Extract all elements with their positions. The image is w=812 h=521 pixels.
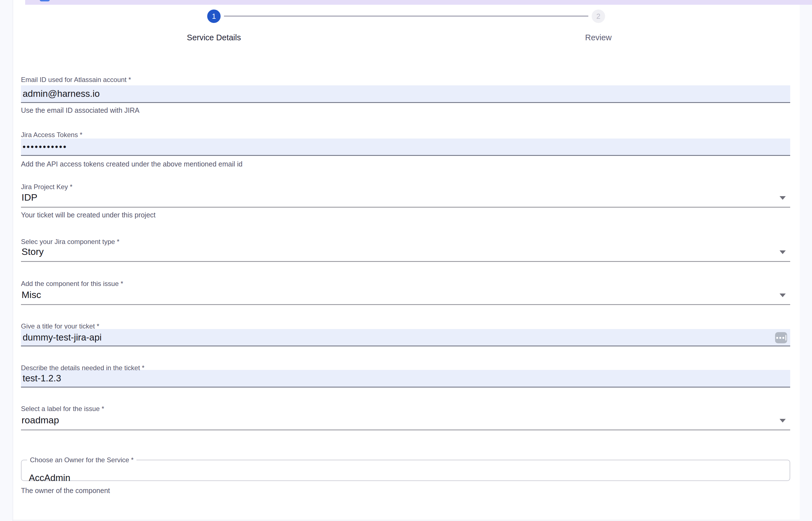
email-input[interactable] [21,85,790,103]
ticket-description-input[interactable] [21,370,790,387]
chevron-down-icon[interactable] [780,419,786,423]
step-2-indicator: 2 [592,9,605,23]
issue-component-value: Misc [21,289,41,300]
issue-component-select[interactable]: Misc [21,286,790,305]
autofill-dot [776,337,778,339]
step-2-label: Review [543,33,654,42]
step-connector-line [224,16,588,17]
issue-label-select[interactable]: roadmap [21,411,790,430]
project-key-value: IDP [21,192,38,203]
field-email: Email ID used for Atlassain account * Us… [21,75,790,115]
chevron-down-icon[interactable] [780,250,786,254]
field-ticket-description: Describe the details needed in the ticke… [21,364,790,387]
component-type-value: Story [21,246,44,257]
service-details-form: Email ID used for Atlassain account * Us… [21,0,790,521]
step-1-indicator: 1 [207,9,221,23]
autofill-icon[interactable] [775,332,787,343]
issue-label-value: roadmap [21,415,59,426]
service-owner-value[interactable]: AccAdmin [29,472,70,483]
autofill-caret [785,335,786,341]
chevron-down-icon[interactable] [780,294,786,297]
top-banner [25,0,812,5]
field-jira-project-key: Jira Project Key * IDP Your ticket will … [21,183,790,219]
step-1-label: Service Details [158,33,270,42]
field-ticket-title: Give a title for your ticket * [21,322,790,346]
wizard-stepper: 1 2 Service Details Review [0,0,812,48]
component-type-select[interactable]: Story [21,242,790,262]
tokens-input[interactable] [21,138,790,156]
autofill-dot [782,337,784,339]
project-key-helper: Your ticket will be created under this p… [21,211,790,219]
field-service-owner[interactable]: Choose an Owner for the Service * AccAdm… [21,456,790,481]
field-jira-access-tokens: Jira Access Tokens * Add the API access … [21,131,790,168]
chevron-down-icon[interactable] [780,196,786,200]
service-owner-helper: The owner of the component [21,486,110,495]
field-issue-label: Select a label for the issue * roadmap [21,405,790,430]
banner-logo-icon [40,0,50,1]
service-owner-label: Choose an Owner for the Service * [27,456,137,464]
ticket-title-input[interactable] [21,329,790,346]
project-key-select[interactable]: IDP [21,188,790,208]
field-issue-component: Add the component for this issue * Misc [21,279,790,305]
email-label: Email ID used for Atlassain account * [21,75,790,84]
tokens-helper: Add the API access tokens created under … [21,160,790,168]
email-helper: Use the email ID associated with JIRA [21,106,790,115]
field-jira-component-type: Selec your Jira component type * Story [21,237,790,262]
tokens-label: Jira Access Tokens * [21,131,790,139]
autofill-dot [779,337,781,339]
